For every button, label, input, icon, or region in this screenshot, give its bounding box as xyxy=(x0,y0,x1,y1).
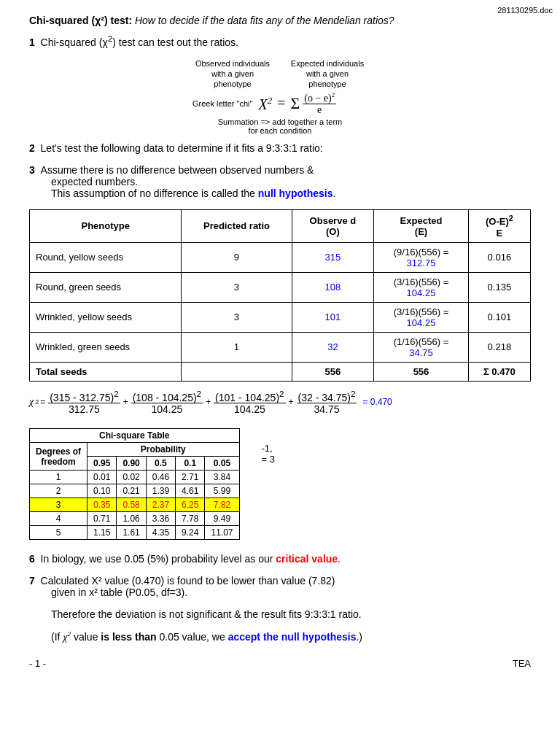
greek-label: Greek letter "chi" xyxy=(192,99,252,108)
prob-05: 0.5 xyxy=(146,457,175,471)
section-3-indent: expected numbers. xyxy=(51,176,138,187)
col-oe2e: (O-E)2E xyxy=(468,210,530,242)
section-3-number: 3 xyxy=(29,164,41,176)
section-1-bold: Chi-squared (χ2) test xyxy=(41,36,136,48)
expected-1: (9/16)(556) =312.75 xyxy=(374,242,468,272)
title-italic: How to decide if the data fits any of th… xyxy=(132,15,394,26)
val-4-3: 3.36 xyxy=(146,512,175,526)
section-1-number: 1 xyxy=(29,36,41,48)
total-observed: 556 xyxy=(292,362,374,381)
val-5-2: 1.61 xyxy=(117,526,146,540)
side-label-2: = 3 xyxy=(262,454,275,465)
section-3-end: . xyxy=(332,187,335,199)
section-7-line1: Calculated X² value (0.470) is found to … xyxy=(41,575,335,587)
accept-null: accept the null hypothesis xyxy=(228,631,357,643)
conc2-end: .) xyxy=(356,631,362,643)
total-label: Total seeds xyxy=(30,362,182,381)
formula-top-labels: Observed individualswith a given phenoty… xyxy=(192,58,368,90)
critical-value: critical value xyxy=(276,553,338,565)
label-expected: Expected individualswith a given phenoty… xyxy=(287,58,368,90)
prob-095: 0.95 xyxy=(88,457,117,471)
conclusion-2: (If χ2 value is less than 0.05 value, we… xyxy=(51,630,531,643)
conc2-bold: is less than xyxy=(101,631,156,643)
footer-page: - 1 - xyxy=(29,658,46,669)
table-row: Round, green seeds 3 108 (3/16)(556) =10… xyxy=(30,272,531,302)
chi-row-3: 3 0.35 0.58 2.37 6.25 7.82 xyxy=(30,498,240,512)
chi-row-1: 1 0.01 0.02 0.46 2.71 3.84 xyxy=(30,471,240,484)
denominator: e xyxy=(316,104,323,116)
table-row: Wrinkled, yellow seeds 3 101 (3/16)(556)… xyxy=(30,302,531,332)
observed-2: 108 xyxy=(292,272,374,302)
title-bold: Chi-squared (χ²) test: xyxy=(29,15,132,26)
doc-id: 281130295.doc xyxy=(497,6,553,15)
val-2-2: 0.21 xyxy=(117,484,146,498)
section-6: 6 In biology, we use 0.05 (5%) probabili… xyxy=(29,553,531,565)
val-2-4: 4.61 xyxy=(176,484,205,498)
val-4-4: 7.78 xyxy=(176,512,205,526)
formula-note: Summation => add together a termfor each… xyxy=(192,117,368,135)
chi-equation: χ2 = (315 - 312.75)2 312.75 + (108 - 104… xyxy=(29,389,531,416)
prob-005: 0.05 xyxy=(205,457,239,471)
val-1-4: 2.71 xyxy=(176,471,205,484)
val-1-5: 3.84 xyxy=(205,471,239,484)
sigma-sign: Σ xyxy=(290,94,300,113)
val-5-5: 11.07 xyxy=(205,526,239,540)
eq-result: = 0.470 xyxy=(362,397,392,407)
total-ratio xyxy=(182,362,292,381)
null-hypothesis-link: null hypothesis xyxy=(258,187,333,199)
val-3-3: 2.37 xyxy=(146,498,175,512)
col-df: Degrees offreedom xyxy=(30,443,88,471)
val-3-2: 0.58 xyxy=(117,498,146,512)
val-3-4: 6.25 xyxy=(176,498,205,512)
eq-frac4: (32 - 34.75)2 34.75 xyxy=(297,389,357,416)
section-2-text: Let's test the following data to determi… xyxy=(41,142,323,154)
section-7: 7 Calculated X² value (0.470) is found t… xyxy=(29,575,531,598)
eq-plus1: + xyxy=(123,397,128,407)
prob-090: 0.90 xyxy=(117,457,146,471)
val-1-1: 0.01 xyxy=(88,471,117,484)
ratio-2: 3 xyxy=(182,272,292,302)
footer-label: TEA xyxy=(513,658,531,669)
total-expected: 556 xyxy=(374,362,468,381)
eq-sign: = xyxy=(40,397,45,407)
col-predicted: Predicted ratio xyxy=(182,210,292,242)
oe2e-4: 0.218 xyxy=(468,332,530,362)
val-2-1: 0.10 xyxy=(88,484,117,498)
section-1: 1 Chi-squared (χ2) test can test out the… xyxy=(29,34,531,48)
formula-math: X2 = Σ (o − e)2 e xyxy=(258,91,338,117)
numerator: (o − e)2 xyxy=(303,91,336,105)
side-label-1: -1, xyxy=(262,443,275,454)
conclusion-1: Therefore the deviation is not significa… xyxy=(51,608,531,620)
chi-table-title: Chi-square Table xyxy=(30,429,240,443)
eq-frac3: (101 - 104.25)2 104.25 xyxy=(214,389,285,416)
chi-x2: X2 xyxy=(258,95,272,113)
table-row: Round, yellow seeds 9 315 (9/16)(556) =3… xyxy=(30,242,531,272)
section-3-line3: This assumption of no difference is call… xyxy=(51,187,335,199)
section-2: 2 Let's test the following data to deter… xyxy=(29,142,531,154)
df-4: 4 xyxy=(30,512,88,526)
df-2: 2 xyxy=(30,484,88,498)
phenotype-3: Wrinkled, yellow seeds xyxy=(30,302,182,332)
phenotype-table: Phenotype Predicted ratio Observe d(O) E… xyxy=(29,209,531,381)
phenotype-4: Wrinkled, green seeds xyxy=(30,332,182,362)
section-2-number: 2 xyxy=(29,142,41,154)
expected-4: (1/16)(556) =34.75 xyxy=(374,332,468,362)
val-2-5: 5.99 xyxy=(205,484,239,498)
formula-fraction: (o − e)2 e xyxy=(303,91,336,117)
conc2-mid2: 0.05 value, we xyxy=(157,631,228,643)
total-oe2e: Σ 0.470 xyxy=(468,362,530,381)
chi-symbol-eq: χ xyxy=(29,396,34,408)
val-5-1: 1.15 xyxy=(88,526,117,540)
val-5-4: 9.24 xyxy=(176,526,205,540)
table-row: Wrinkled, green seeds 1 32 (1/16)(556) =… xyxy=(30,332,531,362)
chi-row-4: 4 0.71 1.06 3.36 7.78 9.49 xyxy=(30,512,240,526)
val-3-1: 0.35 xyxy=(88,498,117,512)
equals-sign: = xyxy=(273,95,289,112)
val-4-5: 9.49 xyxy=(205,512,239,526)
val-2-3: 1.39 xyxy=(146,484,175,498)
eq-frac1: (315 - 312.75)2 312.75 xyxy=(48,389,120,416)
formula-diagram: Observed individualswith a given phenoty… xyxy=(192,58,368,136)
total-row: Total seeds 556 556 Σ 0.470 xyxy=(30,362,531,381)
label-observed: Observed individualswith a given phenoty… xyxy=(192,58,273,90)
df-1: 1 xyxy=(30,471,88,484)
